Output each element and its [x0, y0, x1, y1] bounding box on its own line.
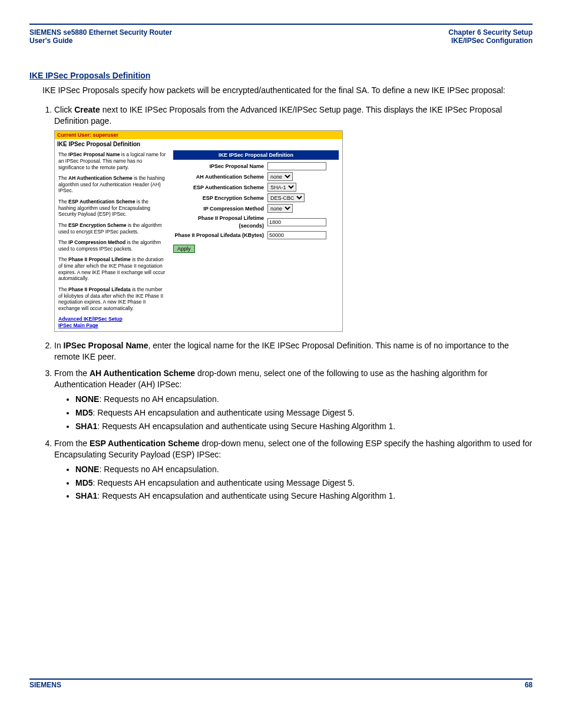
ss-title: IKE IPSec Proposal Definition [55, 139, 342, 150]
page-footer: SIEMENS 68 [29, 681, 533, 689]
ss-select-espenc[interactable]: DES-CBC [267, 193, 305, 202]
steps-list: Click Create next to IKE IPSec Proposals… [54, 104, 533, 502]
ss-form-panel: IKE IPSec Proposal Definition IPSec Prop… [170, 149, 342, 331]
footer-brand: SIEMENS [29, 681, 61, 689]
header-right-line1: Chapter 6 Security Setup [448, 28, 533, 37]
ss-help-panel: The IPSec Proposal Name is a logical nam… [55, 149, 170, 331]
ss-link-main[interactable]: IPSec Main Page [58, 322, 166, 329]
header-right-line2: IKE/IPSec Configuration [448, 37, 533, 45]
ss-input-lifetime[interactable] [267, 218, 326, 226]
step-4: From the ESP Authentication Scheme drop-… [54, 438, 533, 502]
header-rule [29, 24, 533, 25]
ss-userbar: Current User: superuser [55, 131, 342, 139]
footer-page-number: 68 [525, 681, 533, 689]
step4-bullets: NONE: Requests no AH encapsulation. MD5:… [75, 464, 533, 502]
ss-input-lifedata[interactable] [267, 231, 326, 239]
section-title: IKE IPSec Proposals Definition [29, 71, 533, 80]
ss-apply-button[interactable]: Apply [173, 245, 195, 253]
embedded-screenshot: Current User: superuser IKE IPSec Propos… [54, 130, 343, 332]
intro-text: IKE IPSec Proposals specify how packets … [42, 85, 533, 96]
ss-input-name[interactable] [267, 162, 326, 170]
ss-link-advanced[interactable]: Advanced IKE/IPSec Setup [58, 316, 166, 322]
header-left-line1: SIEMENS se5880 Ethernet Security Router [29, 28, 172, 37]
ss-select-espauth[interactable]: SHA-1 [267, 183, 296, 192]
header-left-line2: User's Guide [29, 37, 172, 45]
page-header: SIEMENS se5880 Ethernet Security Router … [29, 27, 533, 47]
ss-select-ipcomp[interactable]: none [267, 204, 293, 213]
step3-bullets: NONE: Requests no AH encapsulation. MD5:… [75, 394, 533, 432]
step-1: Click Create next to IKE IPSec Proposals… [54, 104, 533, 332]
footer-rule [29, 678, 533, 680]
step-2: In IPSec Proposal Name, enter the logica… [54, 340, 533, 363]
ss-form-header: IKE IPSec Proposal Definition [173, 150, 339, 160]
step-3: From the AH Authentication Scheme drop-d… [54, 368, 533, 431]
ss-select-ah[interactable]: none [267, 172, 293, 181]
